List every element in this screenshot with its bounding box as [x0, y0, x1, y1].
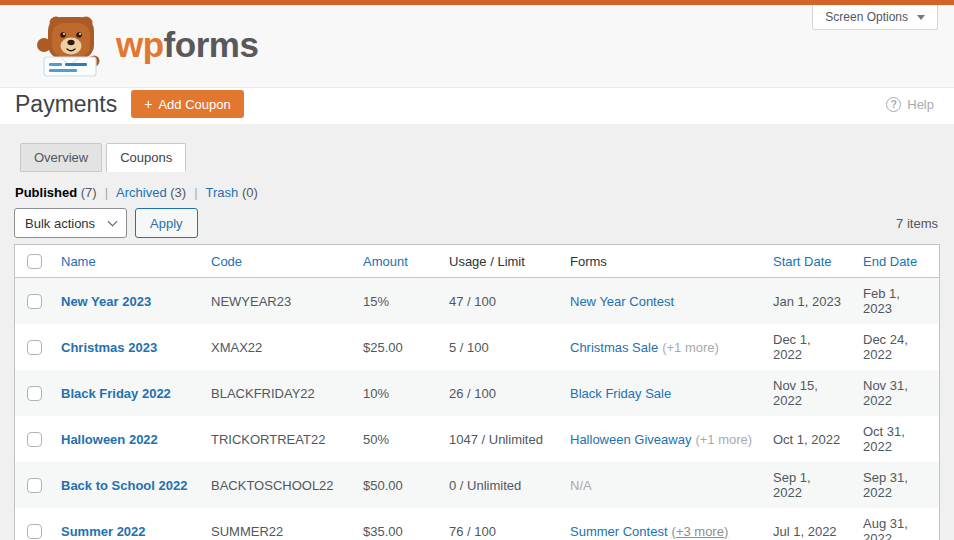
- sort-start-date-header[interactable]: Start Date: [773, 254, 832, 269]
- row-checkbox[interactable]: [27, 294, 42, 309]
- coupon-name-cell: Black Friday 2022: [51, 370, 201, 416]
- select-all-checkbox[interactable]: [27, 254, 42, 269]
- coupon-name-link[interactable]: Christmas 2023: [61, 340, 157, 355]
- coupon-name-link[interactable]: Summer 2022: [61, 524, 146, 539]
- brand-wp: wp: [116, 25, 164, 64]
- coupon-end-date-cell: Nov 31, 2022: [853, 370, 939, 416]
- form-link[interactable]: Halloween Giveaway: [570, 432, 691, 447]
- screen-options-button[interactable]: Screen Options: [812, 5, 938, 30]
- coupon-name-link[interactable]: Back to School 2022: [61, 478, 187, 493]
- coupon-start-date-cell: Jul 1, 2022: [763, 508, 853, 540]
- sort-amount-header[interactable]: Amount: [363, 254, 408, 269]
- plus-icon: +: [144, 97, 152, 111]
- form-link[interactable]: Black Friday Sale: [570, 386, 671, 401]
- coupon-name-cell: Back to School 2022: [51, 462, 201, 508]
- sort-end-date-header[interactable]: End Date: [863, 254, 917, 269]
- coupon-name-cell: New Year 2023: [51, 278, 201, 324]
- table-row: Christmas 2023XMAX22$25.005 / 100Christm…: [15, 324, 939, 370]
- coupon-amount-cell: 10%: [353, 370, 439, 416]
- items-count: 7 items: [896, 216, 940, 231]
- coupon-amount-cell: 15%: [353, 278, 439, 324]
- form-link[interactable]: Summer Contest: [570, 524, 668, 539]
- form-more-link[interactable]: (+1 more): [695, 432, 752, 447]
- table-row: Halloween 2022TRICKORTREAT2250%1047 / Un…: [15, 416, 939, 462]
- payments-tabs: Overview Coupons: [20, 143, 940, 172]
- form-link[interactable]: Christmas Sale: [570, 340, 658, 355]
- coupons-page-content: Overview Coupons Published (7) | Archive…: [0, 143, 954, 540]
- coupon-name-link[interactable]: Halloween 2022: [61, 432, 158, 447]
- coupon-usage-cell: 5 / 100: [439, 324, 560, 370]
- form-link[interactable]: New Year Contest: [570, 294, 674, 309]
- page-header-bar: Payments + Add Coupon ? Help: [0, 88, 954, 124]
- coupon-usage-cell: 26 / 100: [439, 370, 560, 416]
- bulk-actions-value: Bulk actions: [25, 216, 95, 231]
- coupon-start-date-cell: Sep 1, 2022: [763, 462, 853, 508]
- coupon-forms-cell: Christmas Sale(+1 more): [560, 324, 763, 370]
- bulk-actions-select[interactable]: Bulk actions: [14, 208, 127, 238]
- filter-trash[interactable]: Trash (0): [206, 185, 258, 200]
- coupon-usage-cell: 47 / 100: [439, 278, 560, 324]
- row-checkbox[interactable]: [27, 386, 42, 401]
- wpforms-header: wpforms: [0, 5, 954, 88]
- add-coupon-button[interactable]: + Add Coupon: [131, 90, 243, 118]
- coupon-code-cell: BLACKFRIDAY22: [201, 370, 353, 416]
- coupon-forms-cell: N/A: [560, 462, 763, 508]
- chevron-down-icon: [917, 15, 925, 20]
- chevron-down-icon: [108, 216, 118, 226]
- coupon-amount-cell: $25.00: [353, 324, 439, 370]
- row-checkbox[interactable]: [27, 340, 42, 355]
- wpforms-logo: wpforms: [36, 13, 258, 79]
- usage-limit-header: Usage / Limit: [449, 254, 525, 269]
- form-more-link[interactable]: (+3 more): [672, 524, 729, 539]
- apply-button[interactable]: Apply: [135, 208, 198, 238]
- bear-mascot-icon: [36, 13, 106, 79]
- brand-text: wpforms: [116, 27, 258, 66]
- coupon-name-link[interactable]: New Year 2023: [61, 294, 151, 309]
- status-filter-links: Published (7) | Archived (3) | Trash (0): [15, 185, 940, 200]
- coupon-start-date-cell: Nov 15, 2022: [763, 370, 853, 416]
- coupons-table: Name Code Amount Usage / Limit Forms Sta…: [14, 244, 940, 540]
- coupon-usage-cell: 1047 / Unlimited: [439, 416, 560, 462]
- coupon-forms-cell: Halloween Giveaway(+1 more): [560, 416, 763, 462]
- add-coupon-label: Add Coupon: [158, 98, 230, 111]
- sort-code-header[interactable]: Code: [211, 254, 242, 269]
- coupon-amount-cell: $50.00: [353, 462, 439, 508]
- help-link[interactable]: ? Help: [886, 97, 934, 112]
- question-mark-icon: ?: [886, 97, 901, 112]
- coupon-end-date-cell: Sep 31, 2022: [853, 462, 939, 508]
- table-row: Black Friday 2022BLACKFRIDAY2210%26 / 10…: [15, 370, 939, 416]
- coupon-forms-cell: Black Friday Sale: [560, 370, 763, 416]
- coupon-amount-cell: 50%: [353, 416, 439, 462]
- coupon-code-cell: NEWYEAR23: [201, 278, 353, 324]
- coupon-code-cell: SUMMER22: [201, 508, 353, 540]
- coupon-code-cell: BACKTOSCHOOL22: [201, 462, 353, 508]
- coupon-start-date-cell: Dec 1, 2022: [763, 324, 853, 370]
- coupon-end-date-cell: Feb 1, 2023: [853, 278, 939, 324]
- coupon-start-date-cell: Jan 1, 2023: [763, 278, 853, 324]
- sort-name-header[interactable]: Name: [61, 254, 96, 269]
- tab-coupons[interactable]: Coupons: [106, 143, 186, 172]
- row-checkbox[interactable]: [27, 432, 42, 447]
- table-row: Back to School 2022BACKTOSCHOOL22$50.000…: [15, 462, 939, 508]
- help-label: Help: [907, 97, 934, 112]
- coupon-amount-cell: $35.00: [353, 508, 439, 540]
- row-checkbox[interactable]: [27, 524, 42, 539]
- form-na: N/A: [570, 478, 592, 493]
- coupon-name-cell: Summer 2022: [51, 508, 201, 540]
- coupon-forms-cell: New Year Contest: [560, 278, 763, 324]
- filter-archived[interactable]: Archived (3): [116, 185, 186, 200]
- coupon-usage-cell: 0 / Unlimited: [439, 462, 560, 508]
- row-checkbox[interactable]: [27, 478, 42, 493]
- coupon-name-link[interactable]: Black Friday 2022: [61, 386, 171, 401]
- filter-separator: |: [105, 185, 108, 200]
- page-title: Payments: [15, 93, 117, 116]
- coupon-name-cell: Halloween 2022: [51, 416, 201, 462]
- form-more-link[interactable]: (+1 more): [662, 340, 719, 355]
- coupon-name-cell: Christmas 2023: [51, 324, 201, 370]
- tab-overview[interactable]: Overview: [20, 143, 102, 172]
- table-row: Summer 2022SUMMER22$35.0076 / 100Summer …: [15, 508, 939, 540]
- coupon-end-date-cell: Oct 31, 2022: [853, 416, 939, 462]
- forms-header: Forms: [570, 254, 607, 269]
- filter-separator: |: [194, 185, 197, 200]
- filter-published[interactable]: Published (7): [15, 185, 97, 200]
